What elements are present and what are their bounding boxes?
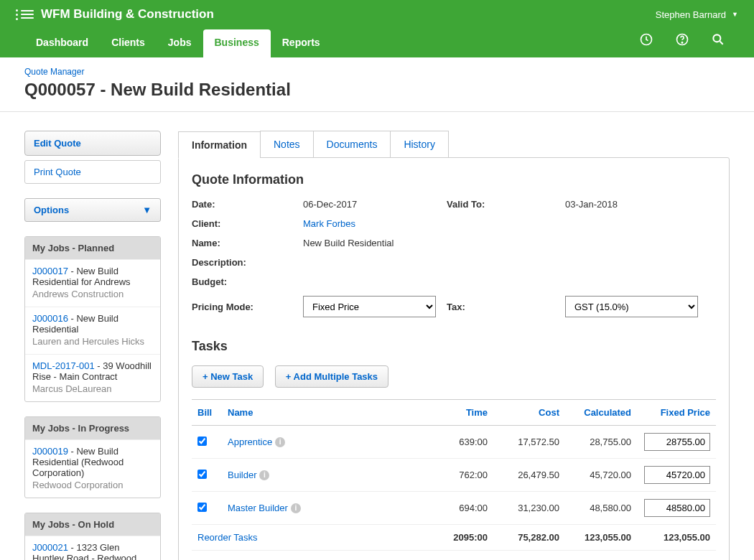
- job-client: Redwood Corporation: [32, 480, 153, 490]
- col-cost[interactable]: Cost: [493, 400, 565, 426]
- menu-icon[interactable]: [16, 8, 34, 21]
- nav-jobs[interactable]: Jobs: [157, 29, 203, 57]
- nav-clients[interactable]: Clients: [100, 29, 157, 57]
- info-icon[interactable]: i: [291, 503, 301, 513]
- label-pricing-mode: Pricing Mode:: [192, 302, 303, 312]
- info-icon[interactable]: i: [275, 437, 285, 447]
- total-calculated: 123,055.00: [565, 525, 637, 551]
- panel-in-progress: My Jobs - In Progress J000019 - New Buil…: [24, 416, 161, 498]
- user-menu[interactable]: Stephen Barnard ▼: [656, 9, 738, 20]
- job-item: J000021 - 1323 Glen Huntley Road - Redwo…: [25, 536, 160, 560]
- fixed-price-input[interactable]: [644, 499, 710, 517]
- pricing-mode-select[interactable]: Fixed Price: [303, 296, 436, 317]
- fixed-price-input[interactable]: [644, 466, 710, 484]
- add-multiple-tasks-button[interactable]: + Add Multiple Tasks: [275, 365, 388, 388]
- col-bill[interactable]: Bill: [192, 400, 222, 426]
- help-icon[interactable]: [675, 32, 689, 49]
- job-item: J000017 - New Build Residential for Andr…: [25, 259, 160, 307]
- chevron-down-icon: ▼: [732, 11, 738, 18]
- task-cost: 26,479.50: [493, 459, 565, 492]
- page-title: Q000057 - New Build Residential: [24, 80, 730, 100]
- job-client: Lauren and Hercules Hicks: [32, 336, 153, 347]
- tasks-table: Bill Name Time Cost Calculated Fixed Pri…: [192, 399, 716, 551]
- page-header: Quote Manager Q000057 - New Build Reside…: [0, 57, 754, 112]
- fixed-price-input[interactable]: [644, 433, 710, 451]
- breadcrumb-link[interactable]: Quote Manager: [24, 67, 84, 77]
- tab-notes[interactable]: Notes: [260, 131, 313, 158]
- label-budget: Budget:: [192, 276, 303, 287]
- job-number[interactable]: J000017: [32, 266, 68, 276]
- edit-quote-button[interactable]: Edit Quote: [24, 131, 161, 156]
- svg-point-2: [681, 42, 682, 43]
- value-budget: [303, 276, 709, 287]
- main-nav: Dashboard Clients Jobs Business Reports: [0, 29, 754, 57]
- new-task-button[interactable]: + New Task: [192, 365, 264, 388]
- bill-checkbox[interactable]: [197, 470, 207, 479]
- user-name: Stephen Barnard: [656, 9, 726, 20]
- label-description: Description:: [192, 257, 303, 268]
- col-calculated[interactable]: Calculated: [565, 400, 637, 426]
- job-client: Marcus DeLaurean: [32, 383, 153, 394]
- nav-reports[interactable]: Reports: [271, 29, 332, 57]
- label-client: Client:: [192, 218, 303, 229]
- print-quote-button[interactable]: Print Quote: [24, 160, 161, 184]
- quote-info-heading: Quote Information: [192, 172, 716, 187]
- panel-on-hold: My Jobs - On Hold J000021 - 1323 Glen Hu…: [24, 513, 161, 560]
- tab-documents[interactable]: Documents: [313, 131, 391, 158]
- chevron-down-icon: ▼: [142, 205, 152, 215]
- bill-checkbox[interactable]: [197, 503, 207, 512]
- job-number[interactable]: MDL-2017-001: [32, 360, 95, 371]
- total-time: 2095:00: [429, 525, 493, 551]
- quote-info-grid: Date: 06-Dec-2017 Valid To: 03-Jan-2018 …: [192, 199, 716, 317]
- panel-title: My Jobs - On Hold: [25, 513, 160, 536]
- bill-checkbox[interactable]: [197, 437, 207, 446]
- sidebar: Edit Quote Print Quote Options ▼ My Jobs…: [24, 131, 161, 560]
- reorder-tasks-link[interactable]: Reorder Tasks: [197, 532, 258, 543]
- total-cost: 75,282.00: [493, 525, 565, 551]
- label-date: Date:: [192, 199, 303, 210]
- search-icon[interactable]: [711, 32, 725, 49]
- value-valid-to: 03-Jan-2018: [565, 199, 709, 210]
- options-label: Options: [34, 205, 69, 215]
- nav-dashboard[interactable]: Dashboard: [24, 29, 100, 57]
- job-number[interactable]: J000021: [32, 542, 68, 553]
- job-client: Andrews Construction: [32, 289, 153, 299]
- edit-quote-label: Edit Quote: [34, 138, 152, 149]
- task-name-link[interactable]: Builder: [228, 470, 256, 480]
- info-icon[interactable]: i: [259, 470, 269, 480]
- print-quote-label: Print Quote: [34, 167, 81, 177]
- panel-title: My Jobs - In Progress: [25, 417, 160, 439]
- label-tax: Tax:: [447, 302, 565, 312]
- panel-planned: My Jobs - Planned J000017 - New Build Re…: [24, 236, 161, 402]
- task-totals-row: Reorder Tasks 2095:00 75,282.00 123,055.…: [192, 525, 716, 551]
- col-time[interactable]: Time: [429, 400, 493, 426]
- value-date: 06-Dec-2017: [303, 199, 447, 210]
- job-number[interactable]: J000019: [32, 446, 68, 457]
- main-content: Information Notes Documents History Quot…: [178, 131, 730, 560]
- task-time: 639:00: [429, 426, 493, 459]
- task-time: 762:00: [429, 459, 493, 492]
- tax-select[interactable]: GST (15.0%): [565, 296, 698, 317]
- task-name-link[interactable]: Master Builder: [228, 503, 288, 513]
- app-title: WFM Building & Construction: [41, 7, 214, 22]
- value-description: [303, 257, 709, 268]
- label-name: Name:: [192, 238, 303, 248]
- col-name[interactable]: Name: [222, 400, 429, 426]
- top-bar: WFM Building & Construction Stephen Barn…: [0, 0, 754, 29]
- clock-icon[interactable]: [639, 32, 653, 49]
- job-item: MDL-2017-001 - 39 Woodhill Rise - Main C…: [25, 354, 160, 401]
- task-row: Master Builderi 694:00 31,230.00 48,580.…: [192, 492, 716, 525]
- label-valid-to: Valid To:: [447, 199, 565, 210]
- job-number[interactable]: J000016: [32, 313, 68, 324]
- col-fixed-price[interactable]: Fixed Price: [637, 400, 716, 426]
- options-dropdown[interactable]: Options ▼: [24, 198, 161, 222]
- client-link[interactable]: Mark Forbes: [303, 218, 355, 229]
- tab-history[interactable]: History: [390, 131, 449, 158]
- task-calculated: 48,580.00: [565, 492, 637, 525]
- tab-information[interactable]: Information: [178, 131, 260, 159]
- task-row: Builderi 762:00 26,479.50 45,720.00: [192, 459, 716, 492]
- total-fixed: 123,055.00: [637, 525, 716, 551]
- task-cost: 17,572.50: [493, 426, 565, 459]
- nav-business[interactable]: Business: [203, 29, 271, 57]
- task-name-link[interactable]: Apprentice: [228, 437, 272, 447]
